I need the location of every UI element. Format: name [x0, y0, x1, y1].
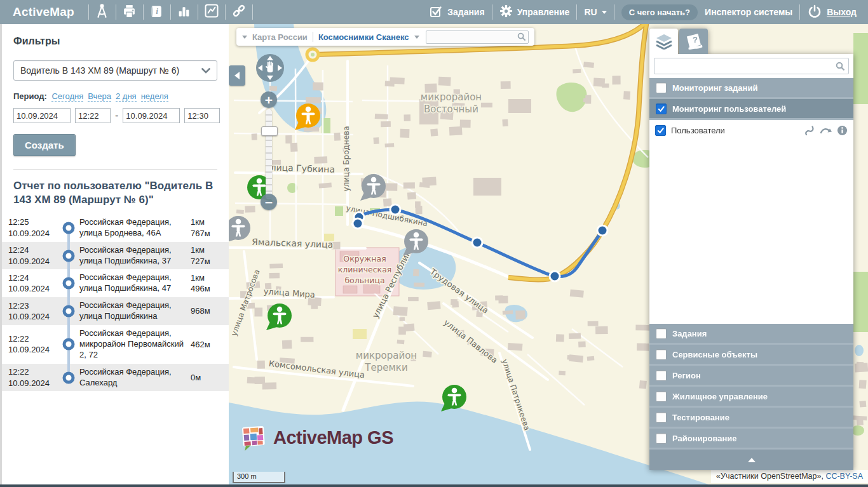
basemap-option-map[interactable]: Карта России — [252, 32, 308, 42]
print-button[interactable] — [116, 0, 143, 24]
show-track-icon[interactable] — [804, 124, 815, 136]
group-checkbox[interactable] — [656, 103, 667, 114]
bar-chart-icon — [177, 4, 191, 21]
layer-group-header[interactable]: Мониторинг пользователей — [649, 99, 853, 118]
entry-distance: 1км 767м — [191, 217, 229, 239]
timeline-dot — [63, 338, 75, 350]
layer-group-header[interactable]: Регион — [649, 366, 853, 385]
route-point[interactable] — [472, 237, 482, 248]
group-checkbox[interactable] — [656, 328, 667, 339]
report-entry[interactable]: 12:2410.09.2024Российская Федерация, ули… — [2, 269, 229, 297]
compass-icon — [95, 4, 109, 21]
group-checkbox[interactable] — [656, 349, 667, 360]
info-icon[interactable] — [837, 125, 848, 136]
layer-group-header[interactable]: Мониторинг заданий — [649, 78, 853, 97]
layer-item-users[interactable]: Пользователи — [655, 124, 848, 136]
report-entry[interactable]: 12:2210.09.2024Российская Федерация, Сал… — [2, 364, 229, 392]
layer-group-header[interactable]: Тестирование — [649, 408, 853, 427]
timeline-node — [59, 325, 78, 364]
layers-search-input[interactable] — [654, 58, 849, 74]
period-row: Период: СегодняВчера2 днянеделя — [13, 91, 217, 101]
zoom-out-button[interactable]: − — [261, 194, 277, 210]
group-checkbox[interactable] — [656, 83, 667, 93]
zoom-slider-track[interactable] — [266, 109, 272, 199]
getting-started-button[interactable]: С чего начать? — [621, 4, 698, 20]
group-label: Мониторинг заданий — [672, 83, 757, 93]
zoom-in-button[interactable]: + — [261, 91, 277, 108]
driver-select-value: Водитель В 143 ХМ 89 (Маршрут № 6) — [20, 65, 179, 76]
layer-checkbox[interactable] — [655, 125, 666, 136]
share-button[interactable] — [226, 0, 252, 24]
driver-select[interactable]: Водитель В 143 ХМ 89 (Маршрут № 6) — [13, 60, 217, 81]
collapse-panel-button[interactable] — [649, 450, 853, 470]
period-link[interactable]: 2 дня — [116, 91, 137, 102]
system-inspector-button[interactable]: Инспектор системы — [705, 7, 792, 17]
brand-mosaic-icon — [240, 424, 267, 451]
report-entry[interactable]: 12:2410.09.2024Российская Федерация, ули… — [2, 242, 229, 270]
report-entry[interactable]: 12:2310.09.2024Российская Федерация, ули… — [2, 297, 229, 325]
time-to-input[interactable] — [184, 108, 220, 123]
layer-group-header[interactable]: Жилищное управление — [649, 387, 853, 406]
replay-arrow-icon[interactable] — [820, 125, 832, 135]
power-icon — [807, 4, 822, 21]
route-point[interactable] — [353, 218, 363, 229]
timeline-dot — [63, 371, 75, 384]
date-from-input[interactable] — [13, 108, 71, 123]
collapse-sidebar-button[interactable] — [229, 65, 245, 86]
entry-address: Российская Федерация, микрорайон Первома… — [78, 325, 191, 364]
route-point[interactable] — [390, 204, 400, 215]
logout-button[interactable]: Выход — [807, 4, 857, 21]
zoom-slider-handle[interactable] — [261, 126, 278, 136]
layer-group-header[interactable]: Районирование — [649, 429, 853, 448]
pan-control[interactable] — [255, 53, 285, 85]
chevron-up-icon — [748, 454, 756, 462]
activemap-app: ActiveMap i Задания — [0, 0, 868, 487]
period-link[interactable]: Вчера — [88, 91, 111, 102]
license-link[interactable]: CC-BY-SA — [825, 472, 863, 481]
layers-search — [649, 54, 853, 78]
report-entry[interactable]: 12:2510.09.2024Российская Федерация, ули… — [2, 214, 229, 242]
timeline-dot — [63, 222, 75, 234]
measure-tool-button[interactable] — [89, 0, 116, 24]
period-link[interactable]: неделя — [141, 91, 168, 102]
create-report-button[interactable]: Создать — [13, 134, 76, 156]
timeline-dot — [63, 277, 75, 290]
layers-panel-body: Мониторинг заданийМониторинг пользовател… — [649, 54, 853, 470]
tab-legend[interactable]: ? — [679, 29, 708, 54]
link-icon — [231, 3, 247, 21]
group-checkbox[interactable] — [656, 370, 667, 381]
search-icon — [836, 62, 845, 71]
layer-group-header[interactable]: Сервисные объекты — [649, 345, 853, 364]
group-checkbox[interactable] — [656, 433, 667, 444]
basemap-option-satellite[interactable]: Космоснимки Сканекс — [318, 32, 409, 42]
language-dropdown[interactable]: RU — [584, 7, 606, 17]
search-icon — [517, 32, 526, 41]
layer-item-label: Пользователи — [671, 126, 725, 135]
tab-layers[interactable] — [649, 29, 678, 54]
monitoring-button[interactable] — [198, 0, 225, 24]
group-checkbox[interactable] — [656, 391, 667, 402]
entry-address: Российская Федерация, улица Подшибякина — [78, 297, 191, 325]
timeline-node — [59, 364, 78, 392]
tasks-nav-button[interactable]: Задания — [429, 4, 484, 20]
route-point[interactable] — [550, 271, 560, 281]
group-label: Задания — [672, 329, 707, 338]
period-link[interactable]: Сегодня — [51, 91, 83, 102]
layer-group-header[interactable]: Задания — [649, 324, 853, 343]
entry-distance: 1км 727м — [191, 244, 229, 267]
group-label: Районирование — [672, 434, 737, 443]
group-checkbox[interactable] — [656, 412, 667, 423]
management-nav-button[interactable]: Управление — [499, 4, 570, 20]
line-chart-icon — [204, 3, 219, 21]
date-to-input[interactable] — [123, 108, 180, 123]
timeline-node — [59, 297, 78, 325]
basemap-switcher: Карта России Космоснимки Сканекс — [236, 28, 534, 46]
map-canvas[interactable]: улица Губкинаулица Бродневаулица Подшибя… — [229, 24, 868, 484]
time-from-input[interactable] — [75, 108, 111, 123]
statistics-button[interactable] — [171, 0, 198, 24]
map-search-input[interactable] — [426, 30, 529, 44]
route-point[interactable] — [597, 225, 607, 236]
report-entry[interactable]: 12:2210.09.2024Российская Федерация, мик… — [2, 325, 229, 364]
reference-button[interactable]: i — [144, 0, 170, 24]
layer-group-content: Пользователи — [649, 120, 853, 324]
